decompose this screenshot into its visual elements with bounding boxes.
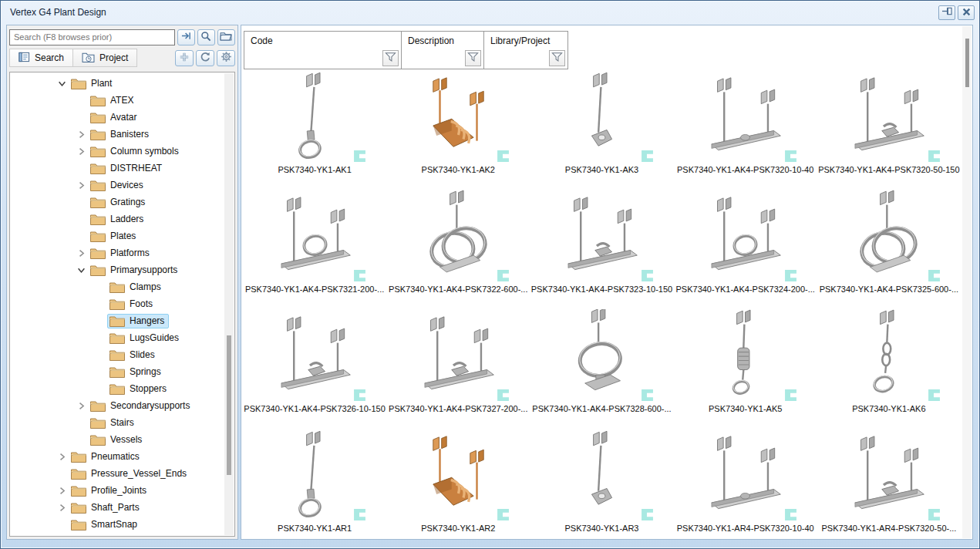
tree-item-inner[interactable]: LugsGuides	[107, 331, 184, 345]
library-item[interactable]: PSK7340-YK1-AK1	[243, 70, 386, 190]
tree-item-inner[interactable]: Stairs	[88, 416, 139, 430]
add-button[interactable]	[175, 50, 194, 66]
column-header-description[interactable]: Description	[401, 31, 484, 69]
tree-item-inner[interactable]: Slides	[107, 348, 160, 362]
tree-item-platforms[interactable]: Platforms	[10, 244, 234, 261]
tree-item-inner[interactable]: Pneumatics	[69, 450, 144, 464]
tree-item-inner[interactable]: Platforms	[88, 246, 154, 261]
tree-item-vessels[interactable]: Vessels	[10, 431, 234, 448]
column-header-library-project[interactable]: Library/Project	[483, 31, 568, 69]
tree-item-inner[interactable]: Pressure_Vessel_Ends	[69, 466, 191, 481]
library-item[interactable]: PSK7340-YK1-AK4-PSK7325-600-...	[817, 190, 961, 309]
tree-item-primarysupports[interactable]: Primarysupports	[10, 261, 234, 278]
tree-item-inner[interactable]: DISTRHEAT	[88, 161, 167, 176]
chevron-right-icon[interactable]	[74, 248, 88, 258]
tree-item-inner[interactable]: Gratings	[88, 195, 150, 210]
filter-button[interactable]	[549, 50, 565, 66]
library-item[interactable]: PSK7340-YK1-AR3	[530, 429, 673, 537]
tree-item-atex[interactable]: ATEX	[10, 92, 234, 109]
tree-item-profile-joints[interactable]: Profile_Joints	[10, 482, 234, 499]
filter-button[interactable]	[465, 50, 481, 66]
tree-item-lugsguides[interactable]: LugsGuides	[10, 329, 234, 346]
tree-item-devices[interactable]: Devices	[10, 177, 234, 194]
tree-item-stairs[interactable]: Stairs	[10, 414, 234, 431]
tree-item-column-symbols[interactable]: Column symbols	[10, 143, 234, 160]
library-item[interactable]: PSK7340-YK1-AK3	[530, 70, 673, 190]
chevron-right-icon[interactable]	[55, 452, 69, 461]
tree-item-ladders[interactable]: Ladders	[10, 211, 234, 227]
go-button[interactable]	[177, 29, 195, 45]
tree-item-inner[interactable]: Vessels	[88, 433, 146, 447]
tree-item-avatar[interactable]: Avatar	[10, 109, 234, 126]
tree-item-snap-on[interactable]: Snap_On	[10, 533, 234, 537]
chevron-down-icon[interactable]	[55, 79, 69, 88]
chevron-right-icon[interactable]	[55, 503, 69, 512]
tree-item-inner[interactable]: Stoppers	[107, 382, 171, 396]
tab-search[interactable]: Search	[9, 49, 73, 67]
tree-item-inner[interactable]: Devices	[88, 178, 148, 193]
library-item[interactable]: PSK7340-YK1-AK4-PSK7320-50-150	[817, 70, 961, 190]
library-item[interactable]: PSK7340-YK1-AK4-PSK7327-200-...	[386, 309, 530, 429]
chevron-right-icon[interactable]	[55, 486, 69, 495]
tree-item-inner[interactable]: Springs	[107, 365, 166, 379]
chevron-down-icon[interactable]	[74, 265, 88, 274]
scrollbar-thumb[interactable]	[227, 335, 231, 475]
tree-item-inner[interactable]: Ladders	[88, 212, 148, 227]
tree-item-inner[interactable]: Profile_Joints	[69, 483, 151, 498]
library-item[interactable]: PSK7340-YK1-AK2	[386, 70, 530, 190]
settings-button[interactable]	[217, 50, 235, 66]
tree-item-inner[interactable]: ATEX	[88, 93, 138, 108]
column-header-code[interactable]: Code	[244, 31, 402, 69]
tree-item-inner[interactable]: Foots	[107, 297, 157, 312]
chevron-right-icon[interactable]	[74, 401, 88, 410]
tree-item-inner[interactable]: Primarysupports	[88, 263, 182, 278]
chevron-right-icon[interactable]	[74, 147, 88, 156]
tree-item-inner[interactable]: Clamps	[107, 280, 166, 295]
tree-item-inner[interactable]: SmartSnap	[69, 517, 142, 532]
tree-item-inner[interactable]: Shaft_Parts	[69, 500, 144, 515]
library-item[interactable]: PSK7340-YK1-AK4-PSK7326-10-150	[243, 309, 386, 429]
tab-project[interactable]: Project	[72, 49, 137, 67]
library-item[interactable]: PSK7340-YK1-AR4-PSK7320-50-...	[817, 429, 961, 537]
tree-item-slides[interactable]: Slides	[10, 346, 234, 363]
tree-item-inner[interactable]: Avatar	[88, 110, 141, 125]
tree-item-plates[interactable]: Plates	[10, 227, 234, 244]
library-item[interactable]: PSK7340-YK1-AK4-PSK7321-200-...	[243, 190, 386, 309]
library-item[interactable]: PSK7340-YK1-AK4-PSK7323-10-150	[530, 190, 673, 309]
tree-item-inner[interactable]: Snap_On	[69, 534, 135, 537]
library-item[interactable]: PSK7340-YK1-AK4-PSK7322-600-...	[386, 190, 530, 309]
library-item[interactable]: PSK7340-YK1-AK4-PSK7320-10-40	[674, 70, 817, 190]
tree-item-clamps[interactable]: Clamps	[10, 278, 234, 295]
pin-button[interactable]	[938, 5, 955, 20]
tree-item-stoppers[interactable]: Stoppers	[10, 380, 234, 397]
content-scrollbar[interactable]	[962, 26, 972, 538]
filter-button[interactable]	[382, 50, 399, 66]
tree-item-plant[interactable]: Plant	[10, 75, 234, 92]
chevron-right-icon[interactable]	[74, 180, 88, 190]
search-button[interactable]	[197, 29, 215, 45]
tree-scrollbar[interactable]	[224, 73, 234, 535]
tree-item-inner[interactable]: Column symbols	[88, 144, 184, 159]
tree-item-inner[interactable]: Banisters	[88, 127, 153, 142]
tree-item-inner[interactable]: Secondarysupports	[88, 399, 194, 413]
tree-item-hangers[interactable]: Hangers	[10, 312, 234, 329]
titlebar[interactable]: Vertex G4 Plant Design	[1, 1, 979, 24]
tree-item-distrheat[interactable]: DISTRHEAT	[10, 160, 234, 177]
tree-item-springs[interactable]: Springs	[10, 363, 234, 380]
tree-item-shaft-parts[interactable]: Shaft_Parts	[10, 499, 234, 516]
search-input[interactable]	[9, 29, 175, 45]
library-item[interactable]: PSK7340-YK1-AK4-PSK7328-600-...	[530, 309, 673, 429]
chevron-right-icon[interactable]	[74, 130, 88, 139]
tree-item-smartsnap[interactable]: SmartSnap	[10, 516, 234, 533]
library-item[interactable]: PSK7340-YK1-AR4-PSK7320-10-40	[674, 429, 817, 537]
library-item[interactable]: PSK7340-YK1-AK4-PSK7324-200-...	[674, 190, 817, 309]
tree-item-inner[interactable]: Hangers	[107, 314, 169, 328]
tree-item-foots[interactable]: Foots	[10, 295, 234, 312]
library-item[interactable]: PSK7340-YK1-AK5	[674, 309, 817, 429]
tree-item-inner[interactable]: Plates	[88, 229, 140, 244]
tree-item-secondarysupports[interactable]: Secondarysupports	[10, 397, 234, 414]
browse-button[interactable]	[217, 29, 235, 45]
tree-item-inner[interactable]: Plant	[69, 76, 116, 91]
scrollbar-thumb[interactable]	[965, 39, 969, 87]
library-item[interactable]: PSK7340-YK1-AR1	[243, 429, 386, 537]
